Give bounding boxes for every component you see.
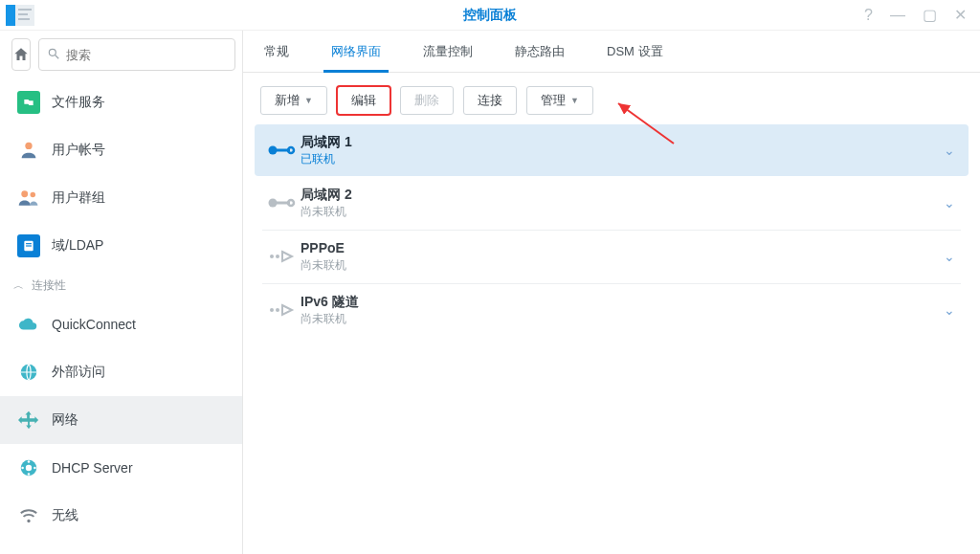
main-panel: 常规 网络界面 流量控制 静态路由 DSM 设置 新增▼ 编辑 删除 连接 管理…: [243, 31, 980, 554]
pppoe-icon: [262, 249, 301, 264]
tab-static-route[interactable]: 静态路由: [494, 31, 586, 72]
interface-list: 局域网 1 已联机 ⌄ 局域网 2 尚未联机 ⌄: [243, 124, 980, 337]
search-field[interactable]: [38, 38, 235, 71]
interface-row-ipv6-tunnel[interactable]: IPv6 隧道 尚未联机 ⌄: [255, 284, 969, 336]
sidebar-item-quickconnect[interactable]: QuickConnect: [0, 300, 242, 348]
interface-status: 尚未联机: [301, 311, 944, 326]
chevron-down-icon[interactable]: ⌄: [944, 143, 955, 158]
sidebar-item-label: DHCP Server: [52, 460, 133, 476]
svg-point-18: [21, 467, 24, 470]
svg-point-31: [276, 308, 279, 312]
sidebar-item-label: QuickConnect: [52, 317, 136, 332]
sidebar-section-connectivity[interactable]: ︿ 连接性: [0, 270, 242, 300]
svg-point-27: [288, 200, 294, 206]
minimize-icon[interactable]: —: [890, 8, 905, 23]
sidebar-item-wireless[interactable]: 无线: [0, 492, 242, 540]
chevron-down-icon: ▼: [570, 96, 579, 105]
sidebar-item-network[interactable]: 网络: [0, 396, 242, 444]
svg-point-28: [270, 255, 274, 258]
chevron-up-icon: ︿: [13, 278, 24, 293]
tab-traffic-control[interactable]: 流量控制: [402, 31, 494, 72]
svg-line-6: [56, 55, 59, 58]
svg-point-16: [28, 460, 31, 463]
interface-status: 尚未联机: [301, 204, 944, 219]
svg-rect-0: [6, 5, 15, 26]
titlebar: 控制面板 ? — ▢ ✕: [0, 0, 980, 31]
sidebar-item-label: 文件服务: [52, 94, 105, 111]
chevron-down-icon: ▼: [304, 96, 313, 105]
home-button[interactable]: [11, 38, 31, 71]
file-service-icon: [17, 91, 40, 114]
svg-rect-3: [18, 13, 28, 15]
manage-button[interactable]: 管理▼: [526, 86, 593, 115]
svg-point-17: [28, 473, 31, 476]
maximize-icon[interactable]: ▢: [923, 8, 937, 23]
interface-name: PPPoE: [301, 239, 944, 257]
svg-point-7: [25, 143, 32, 149]
sidebar-item-label: 域/LDAP: [52, 237, 103, 255]
tab-network-interface[interactable]: 网络界面: [310, 31, 402, 72]
search-icon: [47, 47, 60, 63]
tab-label: 网络界面: [331, 43, 381, 60]
tab-general[interactable]: 常规: [243, 31, 310, 72]
user-account-icon: [17, 139, 40, 162]
connect-button[interactable]: 连接: [463, 86, 517, 115]
svg-point-30: [270, 308, 274, 312]
search-input[interactable]: [66, 48, 227, 62]
toolbar: 新增▼ 编辑 删除 连接 管理▼: [243, 73, 980, 124]
wifi-icon: [17, 504, 40, 527]
chevron-down-icon[interactable]: ⌄: [944, 302, 955, 318]
cloud-icon: [17, 313, 40, 336]
sidebar-item-label: 用户群组: [52, 189, 105, 207]
edit-button[interactable]: 编辑: [337, 86, 390, 115]
sidebar-item-external-access[interactable]: 外部访问: [0, 348, 242, 396]
svg-point-20: [27, 520, 30, 522]
interface-name: 局域网 2: [301, 186, 944, 204]
globe-icon: [17, 361, 40, 384]
interface-row-lan2[interactable]: 局域网 2 尚未联机 ⌄: [255, 177, 969, 229]
sidebar-item-label: 用户帐号: [52, 142, 105, 159]
svg-point-5: [49, 49, 56, 55]
interface-row-lan1[interactable]: 局域网 1 已联机 ⌄: [255, 124, 969, 176]
help-icon[interactable]: ?: [864, 8, 873, 23]
sidebar-item-dhcp[interactable]: DHCP Server: [0, 444, 242, 492]
sidebar-item-ldap[interactable]: 域/LDAP: [0, 222, 242, 270]
home-icon: [12, 46, 30, 63]
interface-name: IPv6 隧道: [301, 293, 944, 311]
sidebar-item-label: 无线: [52, 507, 78, 524]
sidebar-item-user-group[interactable]: 用户群组: [0, 174, 242, 222]
dhcp-icon: [17, 456, 40, 479]
svg-point-19: [33, 467, 36, 470]
interface-status: 尚未联机: [301, 257, 944, 273]
interface-status: 已联机: [301, 151, 944, 166]
sidebar: 文件服务 用户帐号 用户群组 域/LDAP ︿ 连接性: [0, 31, 243, 554]
user-group-icon: [17, 187, 40, 210]
svg-point-29: [276, 255, 279, 258]
ldap-icon: [17, 234, 40, 257]
svg-point-24: [288, 147, 294, 153]
network-icon: [17, 409, 40, 432]
chevron-down-icon[interactable]: ⌄: [944, 249, 955, 264]
sidebar-section-label: 连接性: [32, 277, 66, 294]
tunnel-icon: [262, 302, 301, 318]
tab-dsm-settings[interactable]: DSM 设置: [586, 31, 684, 72]
close-icon[interactable]: ✕: [954, 8, 967, 23]
sidebar-item-user-account[interactable]: 用户帐号: [0, 126, 242, 174]
svg-point-9: [31, 192, 35, 197]
sidebar-item-label: 外部访问: [52, 364, 105, 381]
svg-rect-11: [26, 243, 32, 244]
svg-rect-12: [26, 245, 32, 246]
tab-label: 常规: [264, 43, 289, 60]
lan-icon: [262, 143, 301, 158]
add-button[interactable]: 新增▼: [260, 86, 327, 115]
window-title: 控制面板: [0, 7, 980, 24]
svg-point-22: [269, 146, 278, 155]
chevron-down-icon[interactable]: ⌄: [944, 195, 955, 211]
svg-point-15: [26, 465, 32, 471]
tab-label: 流量控制: [423, 43, 473, 60]
sidebar-item-file-service[interactable]: 文件服务: [0, 78, 242, 126]
sidebar-item-label: 网络: [52, 411, 78, 429]
tab-label: DSM 设置: [607, 43, 663, 60]
interface-row-pppoe[interactable]: PPPoE 尚未联机 ⌄: [255, 231, 969, 282]
tabs: 常规 网络界面 流量控制 静态路由 DSM 设置: [243, 31, 980, 73]
